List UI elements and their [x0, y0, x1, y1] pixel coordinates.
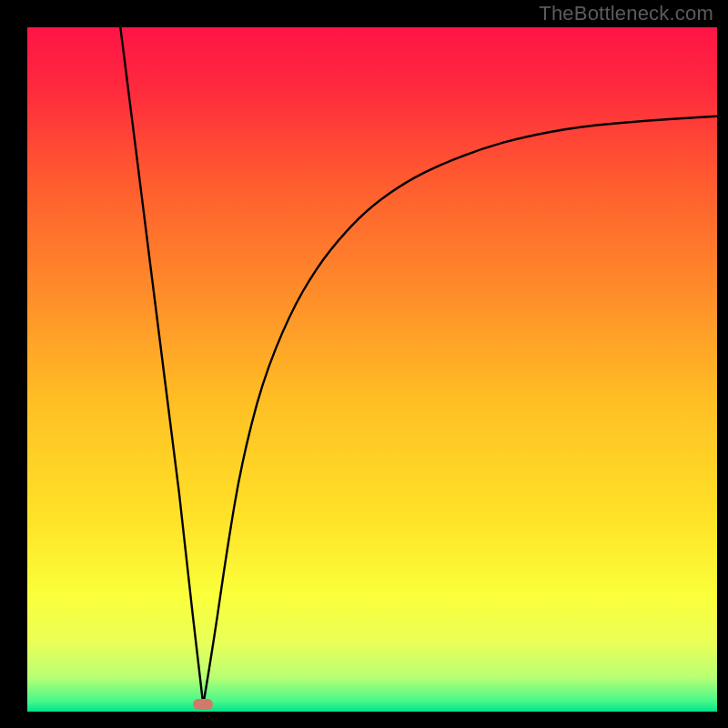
chart-frame: TheBottleneck.com: [0, 0, 728, 728]
chart-svg: [0, 0, 728, 728]
plot-background: [27, 27, 717, 712]
trough-marker: [193, 699, 213, 710]
watermark-label: TheBottleneck.com: [539, 2, 713, 25]
